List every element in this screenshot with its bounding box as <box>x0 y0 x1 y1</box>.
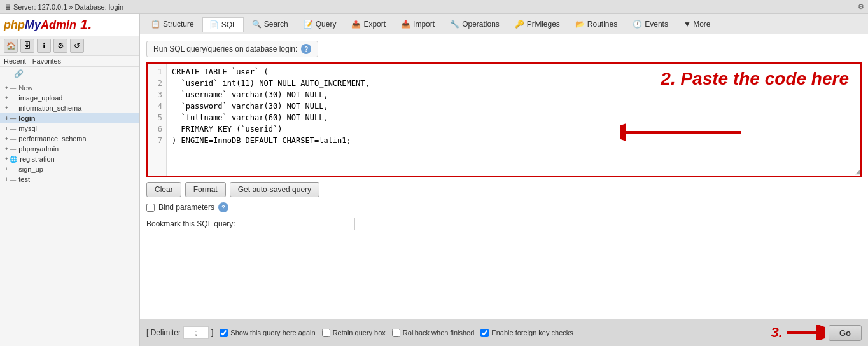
tab-export-label: Export <box>363 20 386 29</box>
bind-params-help-icon[interactable]: ? <box>218 202 228 212</box>
db-name: image_upload <box>18 94 62 102</box>
db-item-login[interactable]: + — login <box>0 113 139 123</box>
refresh-icon[interactable]: ↺ <box>70 39 84 53</box>
home-icon[interactable]: 🏠 <box>4 39 18 53</box>
tab-routines[interactable]: 📂 Routines <box>568 17 624 31</box>
link-icon[interactable]: 🔗 <box>14 69 24 78</box>
logo-my: My <box>25 18 41 32</box>
expand-icon: + <box>5 125 8 132</box>
settings-icon[interactable]: ⚙ <box>53 39 67 53</box>
help-icon[interactable]: ? <box>301 44 311 54</box>
step3-annotation: 3. <box>771 324 783 341</box>
info-icon[interactable]: ℹ <box>37 39 51 53</box>
db-folder-icon: — <box>10 115 16 122</box>
tab-structure-label: Structure <box>163 20 194 29</box>
go-section: 3. Go <box>771 324 862 341</box>
expand-icon: + <box>5 105 8 111</box>
tab-privileges-label: Privileges <box>527 20 560 29</box>
gear-icon[interactable]: ⚙ <box>858 3 864 11</box>
foreign-key-checkbox[interactable] <box>480 329 489 337</box>
step1-annotation: 1. <box>80 17 92 33</box>
tab-routines-label: Routines <box>587 20 617 29</box>
tab-more-label: ▼ More <box>683 20 711 29</box>
bookmark-label: Bookmark this SQL query: <box>146 219 235 228</box>
server-icon: 🖥 <box>4 3 11 11</box>
phpmyadmin-logo[interactable]: phpMyAdmin <box>4 18 76 32</box>
db-folder-icon: — <box>10 146 16 153</box>
go-arrow <box>787 325 825 340</box>
bind-params-checkbox[interactable] <box>146 204 155 212</box>
db-name: performance_schema <box>18 135 86 142</box>
tab-sql[interactable]: 📄 SQL <box>202 17 244 32</box>
db-folder-icon: — <box>10 95 16 102</box>
tab-query[interactable]: 📝 Query <box>297 17 344 31</box>
tab-export[interactable]: 📤 Export <box>344 17 393 31</box>
sidebar-collapse-row: — 🔗 <box>0 67 139 81</box>
retain-query-checkbox[interactable] <box>322 329 330 337</box>
db-name: login <box>18 114 35 122</box>
db-folder-icon: — <box>10 135 16 142</box>
expand-icon: + <box>5 115 8 121</box>
db-item[interactable]: + — test <box>0 174 139 184</box>
tab-privileges[interactable]: 🔑 Privileges <box>508 17 567 31</box>
bind-params-row: Bind parameters ? <box>146 202 862 212</box>
recent-favorites: Recent Favorites <box>0 56 139 67</box>
db-folder-icon: — <box>10 105 16 112</box>
line-num: 3 <box>151 89 162 100</box>
sidebar: phpMyAdmin 1. 🏠 🗄 ℹ ⚙ ↺ Recent Favorites… <box>0 14 140 346</box>
clear-button[interactable]: Clear <box>146 182 181 197</box>
db-name: information_schema <box>18 104 81 112</box>
rollback-checkbox[interactable] <box>392 329 400 337</box>
bind-params-label: Bind parameters <box>158 203 214 212</box>
db-new[interactable]: + — New <box>0 83 139 93</box>
bookmark-input[interactable] <box>241 218 355 230</box>
tab-operations[interactable]: 🔧 Operations <box>443 17 507 31</box>
format-button[interactable]: Format <box>185 182 226 197</box>
favorites-link[interactable]: Favorites <box>32 57 61 65</box>
auto-saved-button[interactable]: Get auto-saved query <box>230 182 319 197</box>
recent-link[interactable]: Recent <box>4 57 26 65</box>
db-item[interactable]: + — information_schema <box>0 103 139 113</box>
db-name: phpmyadmin <box>18 145 59 153</box>
db-name: test <box>18 176 30 183</box>
db-item[interactable]: + — image_upload <box>0 93 139 103</box>
db-icon[interactable]: 🗄 <box>20 39 34 53</box>
sidebar-header: phpMyAdmin 1. <box>0 14 139 36</box>
line-num: 6 <box>151 123 162 135</box>
db-folder-icon: — <box>10 125 16 132</box>
tab-query-label: Query <box>316 20 337 29</box>
db-item[interactable]: + — performance_schema <box>0 134 139 144</box>
tab-events[interactable]: 🕐 Events <box>626 17 675 31</box>
db-new-label[interactable]: New <box>18 84 32 92</box>
delimiter-section: [ Delimiter ] <box>146 326 213 339</box>
db-item[interactable]: + 🌐 registration <box>0 154 139 164</box>
retain-query-label: Retain query box <box>333 329 386 336</box>
db-name: mysql <box>18 125 37 132</box>
expand-icon: + <box>5 135 8 142</box>
database-list: + — New + — image_upload + — information… <box>0 81 139 346</box>
resize-handle: ◢ <box>855 167 860 176</box>
query-tab-icon: 📝 <box>304 20 313 29</box>
db-folder-icon: — <box>10 176 16 183</box>
db-item[interactable]: + — phpmyadmin <box>0 144 139 154</box>
go-button[interactable]: Go <box>829 325 862 341</box>
tab-import[interactable]: 📥 Import <box>394 17 442 31</box>
tab-operations-label: Operations <box>462 20 500 29</box>
expand-icon: + <box>5 95 8 101</box>
show-query-checkbox[interactable] <box>220 329 228 337</box>
line-num: 5 <box>151 112 162 123</box>
db-item[interactable]: + — mysql <box>0 123 139 134</box>
tab-structure[interactable]: 📋 Structure <box>144 17 201 31</box>
line-numbers: 1 2 3 4 5 6 7 <box>148 64 167 176</box>
collapse-btn[interactable]: — <box>4 69 11 78</box>
tab-more[interactable]: ▼ More <box>676 17 718 31</box>
rollback-label: Rollback when finished <box>403 329 475 336</box>
sql-textarea[interactable]: CREATE TABLE `user` ( `userid` int(11) N… <box>167 64 860 176</box>
breadcrumb: Server: 127.0.0.1 » Database: login <box>13 3 858 11</box>
query-title-box: Run SQL query/queries on database login:… <box>146 41 318 57</box>
db-item[interactable]: + — sign_up <box>0 164 139 174</box>
delimiter-input[interactable] <box>183 326 209 339</box>
sql-editor-section: 1 2 3 4 5 6 7 CREATE TABLE `user` ( `use… <box>146 62 862 177</box>
tab-search-label: Search <box>264 20 288 29</box>
tab-search[interactable]: 🔍 Search <box>245 17 295 31</box>
